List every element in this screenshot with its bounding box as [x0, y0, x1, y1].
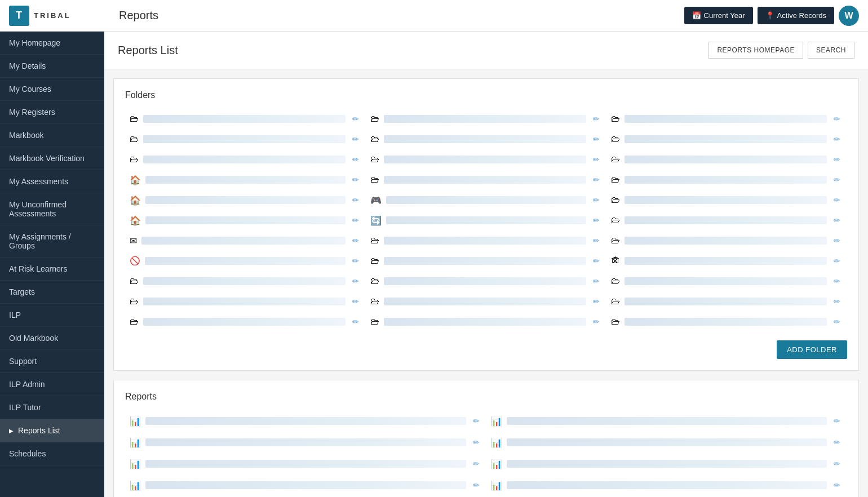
sidebar-item-my-courses[interactable]: My Courses — [0, 78, 104, 101]
edit-icon[interactable]: ✏ — [350, 255, 361, 267]
folders-grid: 🗁 ✏ 🗁 ✏ 🗁 ✏ 🗁 ✏ — [125, 109, 847, 331]
sidebar-item-old-markbook[interactable]: Old Markbook — [0, 327, 104, 350]
folder-name-blurred — [384, 318, 586, 326]
edit-icon[interactable]: ✏ — [471, 480, 482, 491]
edit-icon[interactable]: ✏ — [591, 215, 602, 226]
edit-icon[interactable]: ✏ — [831, 255, 843, 267]
edit-icon[interactable]: ✏ — [831, 174, 843, 185]
folder-cell: 🏚 ✏ — [606, 251, 847, 270]
sidebar-item-support[interactable]: Support — [0, 350, 104, 373]
edit-icon[interactable]: ✏ — [591, 194, 602, 206]
sidebar-item-schedules[interactable]: Schedules — [0, 442, 104, 465]
edit-icon[interactable]: ✏ — [831, 480, 843, 491]
edit-icon[interactable]: ✏ — [350, 113, 361, 125]
folder-icon: 🗁 — [130, 296, 139, 307]
edit-icon[interactable]: ✏ — [831, 215, 843, 226]
edit-icon[interactable]: ✏ — [350, 174, 361, 185]
current-year-button[interactable]: 📅 Current Year — [684, 7, 753, 24]
folder-icon: 🗁 — [370, 154, 379, 165]
edit-icon[interactable]: ✏ — [471, 437, 482, 448]
sidebar-item-ilp[interactable]: ILP — [0, 304, 104, 327]
folder-cell: 🗁 ✏ — [606, 130, 847, 149]
sidebar-item-my-registers[interactable]: My Registers — [0, 101, 104, 124]
edit-icon[interactable]: ✏ — [350, 316, 361, 327]
sidebar-item-reports-list[interactable]: ▶ Reports List — [0, 419, 104, 442]
chart-bar-icon: 📊 — [130, 459, 141, 469]
mail-icon: ✉ — [130, 236, 137, 246]
edit-icon[interactable]: ✏ — [591, 276, 602, 287]
folder-name-blurred — [143, 156, 346, 163]
sidebar-item-my-assignments-groups[interactable]: My Assignments / Groups — [0, 225, 104, 258]
edit-icon[interactable]: ✏ — [591, 296, 602, 307]
folder-name-blurred — [384, 257, 586, 265]
report-cell: 📊 ✏ — [486, 475, 848, 495]
edit-icon[interactable]: ✏ — [350, 235, 361, 246]
edit-icon[interactable]: ✏ — [471, 458, 482, 469]
folder-cell: 🗁 ✏ — [606, 272, 847, 291]
report-name-blurred — [145, 481, 466, 489]
edit-icon[interactable]: ✏ — [831, 194, 843, 206]
edit-icon[interactable]: ✏ — [350, 194, 361, 206]
edit-icon[interactable]: ✏ — [831, 154, 843, 165]
edit-icon[interactable]: ✏ — [350, 154, 361, 165]
edit-icon[interactable]: ✏ — [350, 296, 361, 307]
folder-cell: 🗁 ✏ — [606, 170, 847, 189]
folder-icon: 🗁 — [370, 276, 379, 286]
folder-name-blurred — [384, 277, 586, 285]
sidebar-item-at-risk-learners[interactable]: At Risk Learners — [0, 258, 104, 281]
reports-homepage-button[interactable]: REPORTS HOMEPAGE — [708, 42, 803, 59]
edit-icon[interactable]: ✏ — [471, 415, 482, 427]
report-name-blurred — [507, 481, 827, 489]
edit-icon[interactable]: ✏ — [591, 316, 602, 327]
folder-cell: 🗁 ✏ — [606, 231, 847, 250]
folder-icon: 🗁 — [611, 175, 620, 185]
folder-name-blurred — [625, 298, 827, 305]
edit-icon[interactable]: ✏ — [831, 134, 843, 145]
main-content: Reports List REPORTS HOMEPAGE SEARCH Fol… — [104, 32, 868, 497]
edit-icon[interactable]: ✏ — [591, 235, 602, 246]
edit-icon[interactable]: ✏ — [350, 134, 361, 145]
sidebar-item-ilp-admin[interactable]: ILP Admin — [0, 373, 104, 396]
folder-icon: 🗁 — [370, 236, 379, 246]
edit-icon[interactable]: ✏ — [591, 174, 602, 185]
active-records-button[interactable]: 📍 Active Records — [758, 7, 834, 24]
edit-icon[interactable]: ✏ — [831, 458, 843, 469]
add-folder-button[interactable]: ADD FOLDER — [777, 340, 847, 359]
sidebar-item-my-details[interactable]: My Details — [0, 55, 104, 78]
sidebar-item-my-assessments[interactable]: My Assessments — [0, 170, 104, 193]
report-name-blurred — [145, 417, 466, 425]
report-name-blurred — [507, 417, 827, 425]
edit-icon[interactable]: ✏ — [350, 215, 361, 226]
folder-icon: 🗁 — [370, 175, 379, 185]
report-name-blurred — [507, 438, 827, 446]
edit-icon[interactable]: ✏ — [591, 255, 602, 267]
folder-name-blurred — [386, 216, 586, 224]
edit-icon[interactable]: ✏ — [591, 134, 602, 145]
edit-icon[interactable]: ✏ — [831, 276, 843, 287]
edit-icon[interactable]: ✏ — [350, 276, 361, 287]
edit-icon[interactable]: ✏ — [591, 113, 602, 125]
folder-icon: 🗁 — [370, 256, 379, 266]
edit-icon[interactable]: ✏ — [831, 316, 843, 327]
edit-icon[interactable]: ✏ — [591, 154, 602, 165]
folder-icon: 🗁 — [130, 276, 139, 286]
edit-icon[interactable]: ✏ — [831, 235, 843, 246]
report-name-blurred — [145, 438, 466, 446]
edit-icon[interactable]: ✏ — [831, 415, 843, 427]
logo-area: T TRIBAL — [9, 6, 113, 26]
sidebar-item-ilp-tutor[interactable]: ILP Tutor — [0, 396, 104, 419]
folder-name-blurred — [143, 298, 346, 305]
folder-cell: 🚫 ✏ — [125, 251, 366, 270]
sidebar-item-targets[interactable]: Targets — [0, 281, 104, 304]
sidebar-item-my-homepage[interactable]: My Homepage — [0, 32, 104, 55]
sidebar-item-markbook-verification[interactable]: Markbook Verification — [0, 147, 104, 170]
edit-icon[interactable]: ✏ — [831, 113, 843, 125]
edit-icon[interactable]: ✏ — [831, 296, 843, 307]
sidebar-item-my-unconfirmed-assessments[interactable]: My Unconfirmed Assessments — [0, 193, 104, 225]
calendar-icon: 📅 — [692, 11, 701, 20]
edit-icon[interactable]: ✏ — [831, 437, 843, 448]
folder-icon: 🗁 — [130, 114, 139, 124]
user-avatar[interactable]: W — [839, 6, 859, 26]
search-button[interactable]: SEARCH — [808, 42, 854, 59]
sidebar-item-markbook[interactable]: Markbook — [0, 124, 104, 147]
